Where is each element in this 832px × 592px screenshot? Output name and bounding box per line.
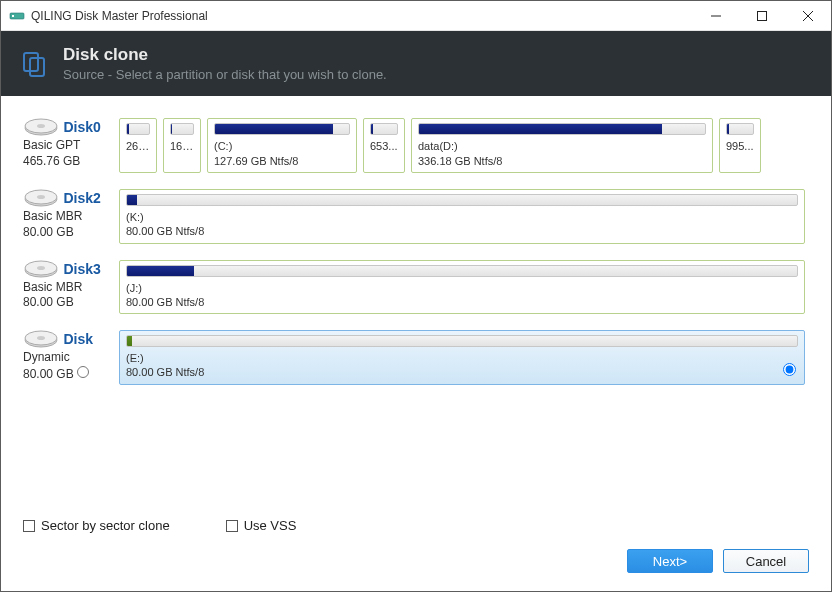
partition-label: (J:) xyxy=(126,281,798,295)
disk-radio[interactable] xyxy=(77,366,89,378)
disk-type: Basic MBR xyxy=(23,209,119,225)
partition-radio[interactable] xyxy=(783,363,796,376)
footer-buttons: Next> Cancel xyxy=(627,549,809,573)
usage-bar xyxy=(126,194,798,206)
use-vss-label: Use VSS xyxy=(244,518,297,533)
partition-size: 80.00 GB Ntfs/8 xyxy=(126,295,798,309)
partitions: 260...16....(C:)127.69 GB Ntfs/8653...da… xyxy=(119,118,809,173)
partition-label: (E:) xyxy=(126,351,798,365)
minimize-button[interactable] xyxy=(693,1,739,31)
disk-info: Disk2Basic MBR80.00 GB xyxy=(23,189,119,240)
partition[interactable]: (E:)80.00 GB Ntfs/8 xyxy=(119,330,805,385)
partitions: (E:)80.00 GB Ntfs/8 xyxy=(119,330,809,385)
disk-icon xyxy=(23,330,59,350)
disk-type: Dynamic xyxy=(23,350,119,366)
partition-label: (C:) xyxy=(214,139,350,153)
disk-info: DiskDynamic80.00 GB xyxy=(23,330,119,382)
svg-point-10 xyxy=(37,124,45,128)
partition-size: 16.... xyxy=(170,139,194,153)
disk-row[interactable]: Disk3Basic MBR80.00 GB(J:)80.00 GB Ntfs/… xyxy=(23,260,809,315)
usage-bar xyxy=(170,123,194,135)
disk-name: Disk xyxy=(63,331,93,347)
disk-type: Basic GPT xyxy=(23,138,119,154)
disk-type: Basic MBR xyxy=(23,280,119,296)
svg-point-16 xyxy=(37,266,45,270)
usage-bar xyxy=(126,123,150,135)
svg-rect-1 xyxy=(12,15,14,17)
partitions: (K:)80.00 GB Ntfs/8 xyxy=(119,189,809,244)
disk-icon xyxy=(23,118,59,138)
disk-size: 465.76 GB xyxy=(23,154,119,170)
partition[interactable]: 260... xyxy=(119,118,157,173)
partition[interactable]: 653... xyxy=(363,118,405,173)
usage-bar xyxy=(126,265,798,277)
maximize-button[interactable] xyxy=(739,1,785,31)
partition-size: 336.18 GB Ntfs/8 xyxy=(418,154,706,168)
partition-size: 260... xyxy=(126,139,150,153)
partition-size: 80.00 GB Ntfs/8 xyxy=(126,365,798,379)
partition-size: 127.69 GB Ntfs/8 xyxy=(214,154,350,168)
page-header: Disk clone Source - Select a partition o… xyxy=(1,31,831,96)
svg-point-13 xyxy=(37,195,45,199)
titlebar: QILING Disk Master Professional xyxy=(1,1,831,31)
partitions: (J:)80.00 GB Ntfs/8 xyxy=(119,260,809,315)
partition-label: (K:) xyxy=(126,210,798,224)
checkbox-box xyxy=(23,520,35,532)
window-title: QILING Disk Master Professional xyxy=(31,9,693,23)
sector-by-sector-checkbox[interactable]: Sector by sector clone xyxy=(23,518,170,533)
usage-bar xyxy=(126,335,798,347)
disk-name: Disk2 xyxy=(63,190,100,206)
disk-icon xyxy=(23,260,59,280)
app-icon xyxy=(9,8,25,24)
cancel-button[interactable]: Cancel xyxy=(723,549,809,573)
svg-rect-3 xyxy=(758,11,767,20)
disk-size: 80.00 GB xyxy=(23,366,119,383)
header-subtitle: Source - Select a partition or disk that… xyxy=(63,67,387,82)
next-button[interactable]: Next> xyxy=(627,549,713,573)
disk-row[interactable]: DiskDynamic80.00 GB (E:)80.00 GB Ntfs/8 xyxy=(23,330,809,385)
disk-info: Disk0Basic GPT465.76 GB xyxy=(23,118,119,169)
usage-bar xyxy=(418,123,706,135)
disk-row[interactable]: Disk0Basic GPT465.76 GB260...16....(C:)1… xyxy=(23,118,809,173)
disk-size: 80.00 GB xyxy=(23,295,119,311)
usage-bar xyxy=(370,123,398,135)
partition-size: 80.00 GB Ntfs/8 xyxy=(126,224,798,238)
partition[interactable]: (J:)80.00 GB Ntfs/8 xyxy=(119,260,805,315)
clone-icon xyxy=(21,50,49,78)
partition[interactable]: 995... xyxy=(719,118,761,173)
disk-size: 80.00 GB xyxy=(23,225,119,241)
use-vss-checkbox[interactable]: Use VSS xyxy=(226,518,297,533)
partition[interactable]: (C:)127.69 GB Ntfs/8 xyxy=(207,118,357,173)
disk-list: Disk0Basic GPT465.76 GB260...16....(C:)1… xyxy=(1,96,831,384)
disk-name: Disk3 xyxy=(63,261,100,277)
disk-name: Disk0 xyxy=(63,120,100,136)
header-title: Disk clone xyxy=(63,45,387,65)
disk-icon xyxy=(23,189,59,209)
partition[interactable]: 16.... xyxy=(163,118,201,173)
sector-by-sector-label: Sector by sector clone xyxy=(41,518,170,533)
close-button[interactable] xyxy=(785,1,831,31)
partition-size: 995... xyxy=(726,139,754,153)
usage-bar xyxy=(214,123,350,135)
disk-row[interactable]: Disk2Basic MBR80.00 GB(K:)80.00 GB Ntfs/… xyxy=(23,189,809,244)
partition-label: data(D:) xyxy=(418,139,706,153)
options-row: Sector by sector clone Use VSS xyxy=(23,518,296,533)
partition-size: 653... xyxy=(370,139,398,153)
partition[interactable]: (K:)80.00 GB Ntfs/8 xyxy=(119,189,805,244)
checkbox-box xyxy=(226,520,238,532)
partition[interactable]: data(D:)336.18 GB Ntfs/8 xyxy=(411,118,713,173)
disk-info: Disk3Basic MBR80.00 GB xyxy=(23,260,119,311)
svg-point-19 xyxy=(37,336,45,340)
usage-bar xyxy=(726,123,754,135)
